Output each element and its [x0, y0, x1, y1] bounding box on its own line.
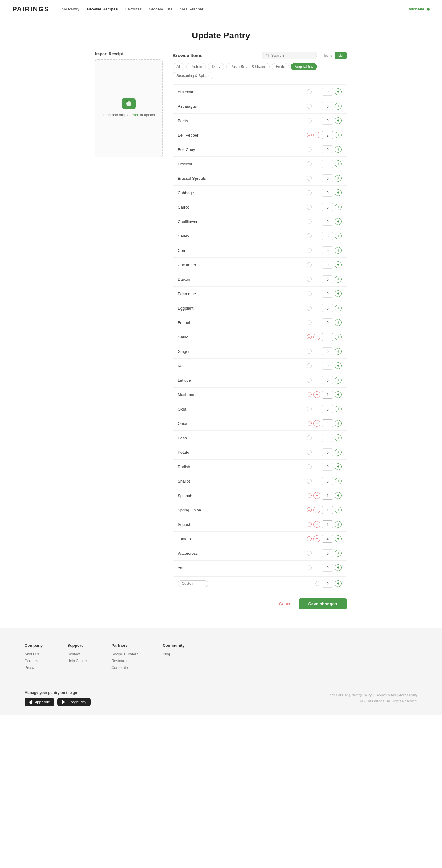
decrement-button[interactable]: −	[314, 420, 320, 427]
item-checkbox[interactable]	[307, 306, 312, 310]
filter-seasoning[interactable]: Seasoning & Spices	[173, 72, 213, 80]
google-play-button[interactable]: Google Play	[57, 698, 91, 706]
item-checkbox[interactable]	[307, 219, 312, 224]
increment-button[interactable]: +	[335, 247, 342, 254]
footer-about[interactable]: About us	[25, 652, 43, 656]
increment-button[interactable]: +	[335, 535, 342, 542]
item-checkbox[interactable]	[307, 248, 312, 253]
increment-button[interactable]: +	[335, 449, 342, 456]
custom-item-input[interactable]	[178, 580, 208, 587]
item-checkbox[interactable]	[307, 435, 312, 440]
item-checkbox[interactable]	[307, 450, 312, 455]
item-checkbox[interactable]	[307, 478, 312, 484]
decrement-button[interactable]: −	[314, 391, 320, 398]
increment-button[interactable]: +	[335, 478, 342, 485]
item-checkbox[interactable]	[307, 392, 312, 397]
increment-button[interactable]: +	[335, 175, 342, 182]
item-checkbox[interactable]	[307, 464, 312, 469]
item-checkbox[interactable]	[307, 493, 312, 498]
increment-button[interactable]: +	[335, 420, 342, 427]
item-checkbox[interactable]	[307, 335, 312, 339]
increment-button[interactable]: +	[335, 362, 342, 369]
increment-button[interactable]: +	[335, 348, 342, 355]
item-checkbox[interactable]	[307, 536, 312, 541]
filter-all[interactable]: All	[173, 63, 184, 70]
nav-my-pantry[interactable]: My Pantry	[62, 7, 80, 11]
custom-checkbox[interactable]	[315, 581, 320, 586]
filter-fruits[interactable]: Fruits	[272, 63, 289, 70]
item-checkbox[interactable]	[307, 378, 312, 382]
increment-button[interactable]: +	[335, 88, 342, 95]
view-list-button[interactable]: List	[335, 53, 347, 59]
item-checkbox[interactable]	[307, 320, 312, 325]
item-checkbox[interactable]	[307, 205, 312, 210]
increment-button[interactable]: +	[335, 377, 342, 383]
increment-button[interactable]: +	[335, 406, 342, 412]
filter-vegetables[interactable]: Vegetables	[291, 63, 317, 70]
increment-button[interactable]: +	[335, 434, 342, 441]
nav-favorites[interactable]: Favorites	[125, 7, 142, 11]
decrement-button[interactable]: −	[314, 334, 320, 340]
import-drop-zone[interactable]: Drag and drop or click to upload	[95, 59, 163, 157]
nav-user[interactable]: Michelle	[409, 7, 430, 11]
increment-button[interactable]: +	[335, 276, 342, 283]
increment-button[interactable]: +	[335, 232, 342, 239]
item-checkbox[interactable]	[307, 118, 312, 123]
item-checkbox[interactable]	[307, 421, 312, 426]
nav-browse-recipes[interactable]: Browse Recipes	[87, 7, 118, 11]
increment-button[interactable]: +	[335, 290, 342, 297]
item-checkbox[interactable]	[307, 551, 312, 556]
footer-corporate[interactable]: Corporate	[111, 665, 138, 670]
increment-button[interactable]: +	[335, 160, 342, 167]
filter-protein[interactable]: Protein	[186, 63, 206, 70]
increment-button[interactable]: +	[335, 146, 342, 153]
decrement-button[interactable]: −	[314, 535, 320, 542]
item-checkbox[interactable]	[307, 565, 312, 570]
drop-click-link[interactable]: click	[132, 113, 139, 117]
increment-button[interactable]: +	[335, 132, 342, 138]
increment-button[interactable]: +	[335, 463, 342, 470]
increment-button[interactable]: +	[335, 564, 342, 571]
cancel-button[interactable]: Cancel	[279, 601, 293, 606]
increment-button[interactable]: +	[335, 550, 342, 557]
item-checkbox[interactable]	[307, 277, 312, 282]
increment-button[interactable]: +	[335, 103, 342, 110]
increment-button[interactable]: +	[335, 334, 342, 340]
footer-press[interactable]: Press	[25, 665, 43, 670]
app-store-button[interactable]: App Store	[25, 698, 54, 706]
nav-grocery-lists[interactable]: Grocery Lists	[149, 7, 173, 11]
item-checkbox[interactable]	[307, 507, 312, 513]
increment-button[interactable]: +	[335, 305, 342, 311]
footer-restaurants[interactable]: Restaurants	[111, 659, 138, 663]
increment-button[interactable]: +	[335, 506, 342, 513]
item-checkbox[interactable]	[307, 407, 312, 411]
nav-meal-planner[interactable]: Meal Planner	[180, 7, 204, 11]
item-checkbox[interactable]	[307, 147, 312, 152]
footer-careers[interactable]: Careers	[25, 659, 43, 663]
increment-button[interactable]: +	[335, 204, 342, 211]
item-checkbox[interactable]	[307, 190, 312, 195]
item-checkbox[interactable]	[307, 262, 312, 267]
decrement-button[interactable]: −	[314, 492, 320, 499]
item-checkbox[interactable]	[307, 363, 312, 368]
increment-button[interactable]: +	[335, 117, 342, 124]
item-checkbox[interactable]	[307, 132, 312, 137]
view-icons-button[interactable]: Icons	[321, 53, 335, 59]
filter-pasta[interactable]: Pasta Bread & Grains	[226, 63, 270, 70]
decrement-button[interactable]: −	[314, 506, 320, 513]
item-checkbox[interactable]	[307, 349, 312, 354]
item-checkbox[interactable]	[307, 89, 312, 94]
footer-recipe-curators[interactable]: Recipe Curators	[111, 652, 138, 656]
decrement-button[interactable]: −	[314, 132, 320, 138]
footer-contact[interactable]: Contact	[67, 652, 87, 656]
item-checkbox[interactable]	[307, 161, 312, 166]
increment-button[interactable]: +	[335, 218, 342, 225]
item-checkbox[interactable]	[307, 291, 312, 296]
item-checkbox[interactable]	[307, 176, 312, 181]
item-checkbox[interactable]	[307, 234, 312, 239]
filter-dairy[interactable]: Dairy	[208, 63, 225, 70]
increment-button[interactable]: +	[335, 521, 342, 528]
increment-button[interactable]: +	[335, 391, 342, 398]
custom-increment-button[interactable]: +	[335, 580, 342, 587]
increment-button[interactable]: +	[335, 492, 342, 499]
